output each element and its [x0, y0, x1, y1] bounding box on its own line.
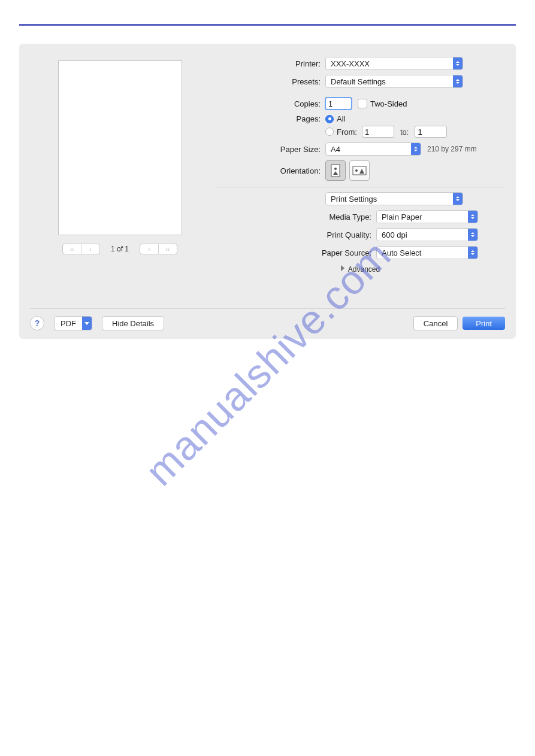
pages-from-input[interactable]: [362, 126, 394, 138]
presets-label: Presets:: [216, 77, 325, 86]
orientation-portrait-button[interactable]: [325, 160, 346, 181]
pager-prev-button[interactable]: ‹: [81, 244, 99, 254]
paper-source-value: Auto Select: [382, 248, 422, 257]
pager-last-button[interactable]: ››: [158, 244, 177, 254]
pager-next-button[interactable]: ›: [140, 244, 158, 254]
pdf-dropdown-button[interactable]: PDF: [54, 316, 92, 330]
section-separator: [216, 187, 505, 187]
paper-dimensions-text: 210 by 297 mm: [427, 145, 477, 153]
paper-source-dropdown[interactable]: Auto Select: [376, 246, 478, 259]
cancel-button[interactable]: Cancel: [413, 316, 458, 330]
dropdown-arrow-icon: [468, 229, 477, 241]
dialog-footer: ? PDF Hide Details Cancel Print: [30, 316, 505, 330]
print-quality-dropdown[interactable]: 600 dpi: [376, 228, 478, 241]
help-icon: ?: [35, 318, 40, 328]
print-section-value: Print Settings: [331, 195, 377, 204]
pager-first-button[interactable]: ‹‹: [63, 244, 81, 254]
pages-to-input[interactable]: [415, 126, 447, 138]
presets-dropdown[interactable]: Default Settings: [325, 75, 463, 88]
cancel-label: Cancel: [424, 319, 448, 328]
media-type-value: Plain Paper: [382, 212, 422, 221]
print-button[interactable]: Print: [463, 317, 505, 330]
dropdown-arrow-icon: [468, 211, 477, 223]
dropdown-arrow-icon: [468, 247, 477, 259]
orientation-label: Orientation:: [216, 166, 325, 175]
dropdown-arrow-icon: [82, 317, 92, 330]
pages-all-label: All: [337, 114, 345, 123]
dropdown-arrow-icon: [453, 75, 463, 87]
paper-size-label: Paper Size:: [216, 145, 325, 154]
print-quality-value: 600 dpi: [382, 230, 407, 239]
presets-value: Default Settings: [331, 77, 386, 86]
print-preview-page: [58, 60, 182, 235]
copies-label: Copies:: [216, 99, 325, 108]
media-type-label: Media Type:: [216, 212, 376, 221]
media-type-dropdown[interactable]: Plain Paper: [376, 210, 478, 223]
print-section-dropdown[interactable]: Print Settings: [325, 192, 463, 205]
dropdown-arrow-icon: [453, 57, 463, 69]
pages-range-radio[interactable]: [325, 127, 334, 136]
preview-column: ‹‹ ‹ 1 of 1 › ››: [30, 57, 210, 254]
copies-input[interactable]: [325, 98, 352, 110]
print-label: Print: [476, 319, 492, 328]
two-sided-label: Two-Sided: [370, 99, 407, 108]
printer-label: Printer:: [216, 59, 325, 68]
advanced-disclosure[interactable]: Advanced: [216, 265, 505, 274]
hide-details-button[interactable]: Hide Details: [102, 316, 164, 330]
pdf-label: PDF: [55, 319, 82, 328]
pages-label: Pages:: [216, 114, 325, 123]
paper-size-dropdown[interactable]: A4: [325, 142, 421, 156]
printer-value: XXX-XXXX: [331, 59, 370, 68]
preview-pager: ‹‹ ‹ 1 of 1 › ››: [62, 244, 177, 254]
portrait-icon: [330, 164, 341, 177]
paper-size-value: A4: [331, 145, 340, 154]
orientation-landscape-button[interactable]: [349, 160, 370, 181]
page-top-rule: [19, 24, 516, 26]
dropdown-arrow-icon: [453, 193, 463, 205]
svg-point-3: [355, 169, 358, 172]
paper-source-label: Paper Source:: [216, 248, 376, 257]
settings-column: Printer: XXX-XXXX Presets: Default Setti…: [216, 57, 505, 276]
pages-to-label: to:: [400, 127, 409, 136]
landscape-icon: [352, 165, 367, 176]
pager-page-indicator: 1 of 1: [111, 245, 129, 253]
advanced-label: Advanced: [348, 265, 380, 274]
hide-details-label: Hide Details: [112, 319, 154, 328]
dropdown-arrow-icon: [411, 143, 421, 155]
help-button[interactable]: ?: [30, 316, 44, 330]
printer-dropdown[interactable]: XXX-XXXX: [325, 57, 463, 70]
print-dialog: ‹‹ ‹ 1 of 1 › ›› Printer: XXX-XX: [19, 44, 516, 339]
disclosure-triangle-icon: [341, 265, 344, 271]
pages-all-radio[interactable]: [325, 115, 334, 123]
footer-separator: [30, 308, 505, 309]
svg-point-1: [334, 168, 337, 170]
print-quality-label: Print Quality:: [216, 230, 376, 239]
pages-from-label: From:: [337, 127, 357, 136]
two-sided-checkbox[interactable]: [358, 99, 367, 108]
